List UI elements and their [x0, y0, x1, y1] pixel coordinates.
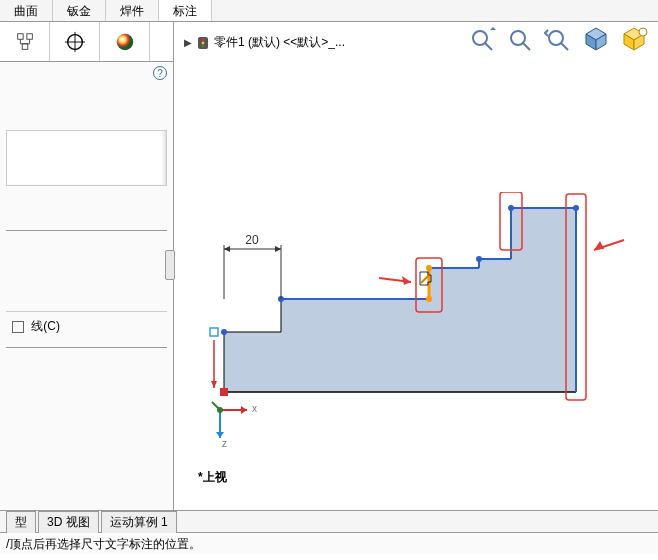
tree-icon — [14, 31, 36, 53]
ribbon-tab-weldment[interactable]: 焊件 — [106, 0, 159, 21]
current-view-label: *上视 — [198, 469, 227, 486]
svg-point-34 — [476, 256, 482, 262]
previous-view-button[interactable] — [544, 26, 574, 55]
ribbon-tab-sheetmetal[interactable]: 钣金 — [53, 0, 106, 21]
help-icon[interactable]: ? — [153, 66, 167, 80]
svg-point-30 — [221, 329, 227, 335]
feature-manager-tabs — [0, 22, 173, 62]
graphics-viewport[interactable]: ▶ 零件1 (默认) <<默认>_... — [174, 22, 658, 510]
display-style-button[interactable] — [620, 26, 650, 55]
svg-point-32 — [426, 265, 432, 271]
svg-line-14 — [523, 43, 530, 50]
svg-line-12 — [485, 43, 492, 50]
ribbon-tab-surface[interactable]: 曲面 — [0, 0, 53, 21]
svg-point-33 — [426, 296, 432, 302]
bottom-tab-3dview[interactable]: 3D 视图 — [38, 511, 99, 533]
bottom-tab-motion[interactable]: 运动算例 1 — [101, 511, 177, 533]
svg-point-17 — [639, 28, 647, 36]
svg-rect-1 — [26, 33, 32, 39]
configuration-tab[interactable] — [50, 22, 100, 61]
feature-tree-tab[interactable] — [0, 22, 50, 61]
selection-list-box[interactable] — [6, 130, 167, 186]
panel-help-row: ? — [0, 62, 173, 84]
ribbon-tabs: 曲面 钣金 焊件 标注 — [0, 0, 658, 22]
status-bar: /顶点后再选择尺寸文字标注的位置。 — [0, 532, 658, 554]
main-area: ? 线(C) ▶ 零件1 (默认) <<默认>_... — [0, 22, 658, 510]
triad-x-label: x — [252, 403, 257, 414]
traffic-light-icon — [196, 36, 210, 50]
orientation-triad[interactable]: x z — [202, 390, 262, 450]
svg-point-13 — [511, 31, 525, 45]
svg-point-11 — [473, 31, 487, 45]
svg-point-10 — [202, 44, 205, 47]
svg-line-48 — [212, 402, 220, 410]
bottom-tab-model[interactable]: 型 — [6, 511, 36, 533]
svg-point-6 — [116, 33, 133, 50]
centerline-label: 线(C) — [31, 319, 60, 333]
section-view-button[interactable] — [582, 26, 612, 55]
annotation-arrow-left — [379, 276, 411, 285]
dimension-20[interactable]: 20 — [224, 233, 281, 299]
breadcrumb-arrow-icon: ▶ — [184, 37, 192, 48]
zoom-fit-button[interactable] — [468, 26, 498, 55]
status-hint: /顶点后再选择尺寸文字标注的位置。 — [6, 537, 201, 551]
svg-point-9 — [202, 41, 205, 44]
triad-z-label: z — [222, 438, 227, 449]
bottom-tabs: 型 3D 视图 运动算例 1 — [0, 510, 658, 532]
property-panel-body: 线(C) — [0, 84, 173, 510]
zoom-area-button[interactable] — [506, 26, 536, 55]
centerline-checkbox[interactable] — [12, 321, 24, 333]
appearance-tab[interactable] — [100, 22, 150, 61]
target-icon — [64, 31, 86, 53]
ribbon-tab-annotation[interactable]: 标注 — [159, 0, 212, 21]
svg-point-35 — [508, 205, 514, 211]
svg-rect-38 — [210, 328, 218, 336]
svg-line-16 — [561, 43, 568, 50]
panel-splitter-handle[interactable] — [165, 250, 175, 280]
dimension-value: 20 — [245, 233, 259, 247]
svg-rect-0 — [17, 33, 23, 39]
svg-point-15 — [549, 31, 563, 45]
left-panel: ? 线(C) — [0, 22, 174, 510]
svg-point-8 — [202, 38, 205, 41]
breadcrumb[interactable]: ▶ 零件1 (默认) <<默认>_... — [184, 34, 345, 51]
heads-up-toolbar — [468, 26, 650, 55]
annotation-arrow-right — [594, 240, 624, 250]
breadcrumb-part-label: 零件1 (默认) <<默认>_... — [214, 34, 345, 51]
centerline-option[interactable]: 线(C) — [6, 311, 167, 341]
appearance-icon — [114, 31, 136, 53]
svg-point-36 — [573, 205, 579, 211]
svg-rect-2 — [22, 43, 28, 49]
